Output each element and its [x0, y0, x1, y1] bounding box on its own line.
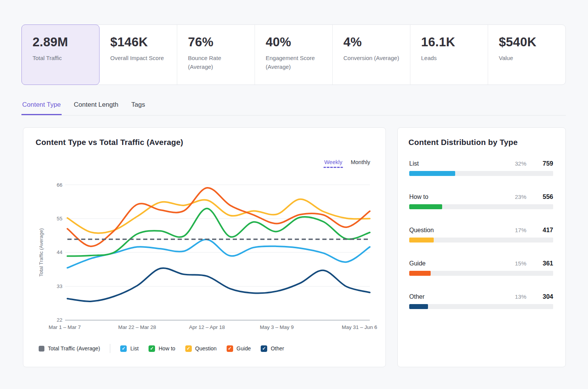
checkbox-checked-icon[interactable]: ✓: [227, 345, 233, 352]
legend-item-list[interactable]: ✓List: [120, 345, 139, 352]
line-chart: 6655443322Total Traffic (Average)Mar 1 –…: [35, 171, 379, 333]
legend-item-label: List: [130, 345, 139, 352]
legend-average-label: Total Traffic (Average): [48, 345, 100, 352]
distribution-value: 556: [536, 193, 553, 200]
line-series-question: [67, 199, 370, 233]
distribution-value: 361: [536, 260, 553, 267]
distribution-bar-fill: [409, 238, 434, 243]
x-tick-label: Apr 12 – Apr 18: [189, 324, 225, 330]
distribution-label: How to: [409, 194, 509, 200]
stat-card-overall-impact-score[interactable]: $146KOverall Impact Score: [100, 25, 177, 85]
line-series-guide: [67, 188, 370, 246]
checkbox-checked-icon[interactable]: ✓: [261, 345, 267, 352]
stat-value: 2.89M: [33, 35, 99, 49]
stat-label: Leads: [421, 54, 488, 62]
y-axis-title: Total Traffic (Average): [38, 228, 44, 277]
checkbox-checked-icon[interactable]: ✓: [185, 345, 192, 352]
y-tick-33: 33: [57, 283, 62, 289]
stat-card-bounce-rate-average[interactable]: 76%Bounce Rate (Average): [177, 25, 255, 85]
x-tick-label: Mar 22 – Mar 28: [118, 324, 156, 330]
distribution-row-guide: Guide15%361: [409, 260, 553, 276]
stat-card-engagement-score-average[interactable]: 40%Engagement Score (Average): [255, 25, 333, 85]
checkbox-checked-icon[interactable]: ✓: [120, 345, 127, 352]
legend-item-label: How to: [158, 345, 175, 352]
checkbox-checked-icon[interactable]: ✓: [149, 345, 155, 352]
content-distribution-card: Content Distribution by Type List32%759H…: [397, 127, 566, 367]
legend-item-label: Other: [271, 345, 284, 352]
range-toggle: WeeklyMonthly: [324, 159, 370, 168]
distribution-bar-track: [409, 304, 553, 309]
stat-label: Overall Impact Score: [110, 54, 177, 62]
legend-item-label: Question: [195, 345, 217, 352]
distribution-value: 759: [536, 160, 553, 167]
stat-value: 40%: [266, 35, 332, 49]
legend-item-other[interactable]: ✓Other: [261, 345, 284, 352]
distribution-row-other: Other13%304: [409, 293, 553, 309]
stat-value: 4%: [343, 35, 410, 49]
distribution-label: Guide: [409, 260, 509, 267]
stats-strip: 2.89MTotal Traffic$146KOverall Impact Sc…: [21, 24, 566, 85]
legend-item-label: Guide: [237, 345, 251, 352]
distribution-percent: 13%: [509, 293, 526, 300]
line-series-other: [67, 268, 370, 301]
legend-divider: [110, 344, 110, 353]
distribution-row-list: List32%759: [409, 160, 553, 176]
stat-label: Conversion (Average): [343, 54, 410, 62]
distribution-row-question: Question17%417: [409, 226, 553, 243]
stat-label: Value: [499, 54, 565, 62]
tab-content-type[interactable]: Content Type: [21, 99, 62, 115]
x-tick-label: May 3 – May 9: [260, 324, 294, 330]
legend-item-how-to[interactable]: ✓How to: [149, 345, 175, 352]
stat-value: 76%: [188, 35, 255, 49]
tab-content-length[interactable]: Content Length: [73, 99, 119, 115]
toggle-monthly[interactable]: Monthly: [351, 159, 370, 168]
distribution-rows: List32%759How to23%556Question17%417Guid…: [409, 160, 553, 326]
toggle-weekly[interactable]: Weekly: [324, 159, 342, 168]
y-tick-66: 66: [57, 182, 62, 188]
legend-average[interactable]: Total Traffic (Average): [39, 345, 100, 352]
stat-label: Total Traffic: [33, 54, 99, 62]
distribution-bar-track: [409, 204, 553, 209]
stat-value: 16.1K: [421, 35, 488, 49]
stat-value: $146K: [110, 35, 177, 49]
tab-tags[interactable]: Tags: [131, 99, 146, 115]
x-tick-label: May 31 – Jun 6: [342, 324, 377, 330]
stat-card-conversion-average[interactable]: 4%Conversion (Average): [333, 25, 410, 85]
content-type-chart-card: Content Type vs Total Traffic (Average) …: [23, 127, 386, 367]
distribution-title: Content Distribution by Type: [408, 138, 518, 147]
stat-card-leads[interactable]: 16.1KLeads: [410, 25, 488, 85]
distribution-bar-track: [409, 271, 553, 276]
distribution-row-how-to: How to23%556: [409, 193, 553, 209]
stat-label: Bounce Rate (Average): [188, 54, 255, 72]
x-tick-label: Mar 1 – Mar 7: [49, 324, 81, 330]
distribution-bar-fill: [409, 204, 442, 209]
legend-item-question[interactable]: ✓Question: [185, 345, 217, 352]
stat-card-value[interactable]: $540KValue: [488, 25, 565, 85]
stat-label: Engagement Score (Average): [266, 54, 332, 72]
legend-item-guide[interactable]: ✓Guide: [227, 345, 251, 352]
distribution-bar-track: [409, 238, 553, 243]
y-tick-22: 22: [57, 317, 62, 323]
distribution-percent: 32%: [509, 160, 526, 167]
distribution-percent: 15%: [509, 260, 526, 267]
stat-value: $540K: [499, 35, 565, 49]
distribution-bar-track: [409, 171, 553, 176]
average-swatch-icon: [39, 346, 44, 352]
distribution-label: List: [409, 160, 509, 167]
chart-title: Content Type vs Total Traffic (Average): [36, 138, 183, 147]
chart-legend: Total Traffic (Average)✓List✓How to✓Ques…: [39, 344, 284, 353]
distribution-label: Question: [409, 227, 509, 234]
stat-card-total-traffic[interactable]: 2.89MTotal Traffic: [21, 24, 100, 85]
y-tick-44: 44: [57, 249, 63, 255]
distribution-percent: 23%: [509, 194, 526, 200]
distribution-value: 417: [536, 226, 553, 234]
distribution-bar-fill: [409, 171, 455, 176]
distribution-value: 304: [536, 293, 553, 300]
distribution-bar-fill: [409, 304, 428, 309]
tab-bar: Content TypeContent LengthTags: [21, 99, 566, 116]
distribution-bar-fill: [409, 271, 431, 276]
distribution-label: Other: [409, 293, 509, 300]
distribution-percent: 17%: [509, 227, 526, 233]
y-tick-55: 55: [57, 216, 62, 221]
